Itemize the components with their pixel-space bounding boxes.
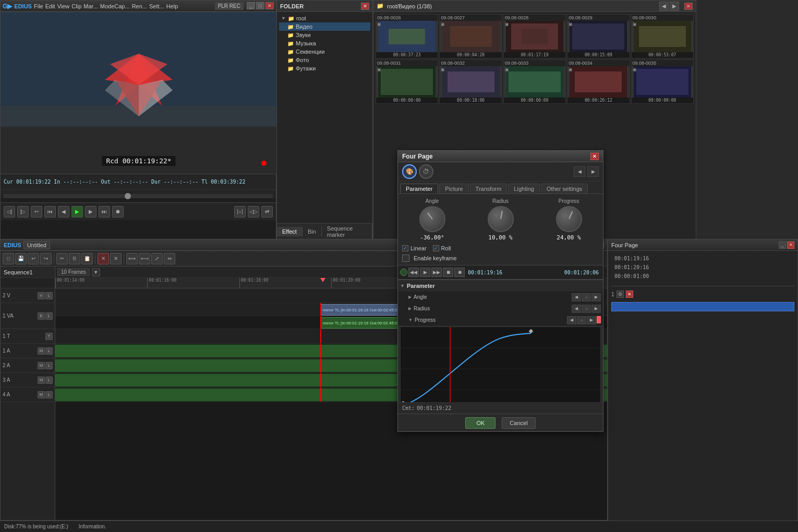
track-mute-1va[interactable]: E [38, 312, 45, 320]
bin-nav-forward[interactable]: ▶ [670, 2, 679, 11]
tree-item-photos[interactable]: 📁 Фото [279, 56, 370, 64]
kf-stop-button[interactable]: ⏹ [443, 268, 453, 277]
tl-ripple-button[interactable]: ⟺ [126, 253, 138, 264]
angle-btn-2[interactable]: ⬦ [582, 293, 591, 301]
frame-rate-dropdown[interactable]: 10 Frames [57, 268, 90, 276]
radius-btn-1[interactable]: ◀ [572, 305, 581, 313]
kf-prev-button[interactable]: ◀◀ [408, 268, 419, 277]
track-mute-3a[interactable]: M [38, 377, 45, 384]
mark-out-button[interactable]: |▷ [17, 206, 29, 217]
progress-btn-3[interactable]: ▶ [587, 316, 596, 324]
media-thumb-9[interactable]: 09.08-0035 ▣ 00:00:00:00 [631, 59, 694, 104]
track-mute-1a[interactable]: M [38, 347, 45, 355]
media-thumb-0[interactable]: 09.08-0026 ▣ 00:00:37:23 [376, 14, 438, 58]
frame-rate-arrow[interactable]: ▼ [92, 268, 100, 276]
track-lock-3a[interactable]: L [45, 377, 53, 384]
track-lock-1va[interactable]: L [45, 312, 53, 320]
right-panel-selection-bar[interactable] [611, 302, 794, 311]
right-panel-close[interactable]: ✕ [787, 241, 794, 249]
dialog-close-button[interactable]: ✕ [590, 153, 599, 160]
close-button[interactable]: ✕ [265, 2, 274, 9]
right-item-0[interactable]: 00:01:19:16 [611, 254, 794, 263]
media-thumb-2[interactable]: 09.08-0028 ▣ 00:01:17:19 [503, 14, 566, 58]
progress-btn-2[interactable]: ⬦ [577, 316, 586, 324]
effect-tab-effect[interactable]: Effect [277, 227, 303, 236]
radius-btn-2[interactable]: ⬦ [582, 305, 591, 313]
menu-mode[interactable]: ModeCap... [100, 3, 130, 9]
clock-icon-button[interactable]: ⏱ [419, 164, 433, 179]
tree-item-sequences[interactable]: 📁 Секвенции [279, 47, 370, 56]
tree-item-music[interactable]: 📁 Музыка [279, 39, 370, 47]
media-thumb-7[interactable]: 09.08-0033 ▣ 00:00:00:00 [503, 59, 566, 104]
tl-delete2-button[interactable]: ✕ [110, 253, 122, 264]
tl-delete-button[interactable]: ✕ [98, 253, 109, 264]
media-thumb-4[interactable]: 09.08-0030 ▣ 00:00:53:07 [631, 14, 694, 58]
ok-button[interactable]: OK [465, 417, 495, 429]
track-mute-2v[interactable]: V [38, 292, 45, 299]
radius-btn-3[interactable]: ▶ [591, 305, 601, 313]
tl-undo-button[interactable]: ↩ [28, 253, 39, 264]
kf-play-button[interactable]: ▶ [420, 268, 430, 277]
kf-record-button[interactable]: ⏺ [454, 268, 465, 277]
timeline-scrubber[interactable] [4, 194, 273, 198]
mark-in-button[interactable]: ◁| [4, 206, 15, 217]
shuttle-button[interactable]: ⇄ [261, 206, 273, 217]
media-thumb-3[interactable]: 09.08-0029 ▣ 00:00:15:09 [567, 14, 630, 58]
tl-slip-button[interactable]: ⤢ [151, 253, 163, 264]
angle-knob[interactable] [419, 206, 445, 232]
scrubber-thumb[interactable] [125, 193, 131, 199]
dialog-nav-right[interactable]: ▶ [587, 166, 599, 177]
enable-keyframe-row[interactable]: Enable keyframe [402, 255, 599, 262]
tree-item-sounds[interactable]: 📁 Звуки [279, 31, 370, 39]
folder-close-button[interactable]: ✕ [361, 3, 369, 10]
rec-button[interactable]: ⏺ [112, 206, 124, 217]
tab-other-settings[interactable]: Other settings [541, 184, 588, 194]
menu-settings[interactable]: Sett... [149, 3, 164, 9]
progress-btn-1[interactable]: ◀ [567, 316, 576, 324]
tl-roll-button[interactable]: ⟻ [139, 253, 150, 264]
tree-item-root[interactable]: ▼ 📁 root [279, 14, 370, 22]
tree-item-footage[interactable]: 📁 Футажи [279, 64, 370, 72]
track-lock-1a[interactable]: L [45, 347, 53, 355]
tl-save-button[interactable]: 💾 [15, 253, 27, 264]
right-panel-settings[interactable]: ⚙ [616, 291, 624, 298]
menu-view[interactable]: View [57, 3, 70, 9]
brush-icon-button[interactable]: 🎨 [402, 164, 417, 179]
bin-close-button[interactable]: ✕ [684, 3, 693, 10]
right-item-1[interactable]: 00:01:20:16 [611, 263, 794, 272]
tl-new-button[interactable]: □ [3, 253, 14, 264]
kf-green-dot[interactable] [400, 269, 407, 276]
tab-transform[interactable]: Transform [470, 184, 507, 194]
right-panel-delete[interactable]: ✕ [626, 291, 633, 298]
right-panel-minimize[interactable]: _ [779, 241, 786, 249]
track-lock-4a[interactable]: L [45, 391, 53, 398]
menu-markers[interactable]: Mar... [83, 3, 98, 9]
bin-nav-back[interactable]: ◀ [659, 2, 669, 11]
minimize-button[interactable]: _ [247, 2, 255, 9]
param-section-header[interactable]: ▼ Parameter [398, 280, 603, 292]
effect-tab-seq-marker[interactable]: Sequence marker [322, 224, 372, 239]
tl-slide-button[interactable]: ⇔ [164, 253, 175, 264]
effect-tab-bin[interactable]: Bin [303, 227, 322, 236]
roll-checkbox[interactable]: ✓ Roll [433, 245, 451, 251]
angle-btn-1[interactable]: ◀ [572, 293, 581, 301]
tab-parameter[interactable]: Parameter [400, 184, 438, 194]
mark-clip-button[interactable]: |⬦| [234, 206, 246, 217]
track-mute-2a[interactable]: M [38, 362, 45, 369]
tab-picture[interactable]: Picture [439, 184, 468, 194]
tl-cut-button[interactable]: ✂ [56, 253, 68, 264]
track-mute-4a[interactable]: M [38, 391, 45, 398]
cancel-button[interactable]: Cancel [502, 417, 535, 429]
play-button[interactable]: ▶ [71, 206, 83, 217]
radius-knob[interactable] [488, 206, 514, 232]
dialog-nav-left[interactable]: ◀ [574, 166, 585, 177]
media-thumb-1[interactable]: 09.08-0027 ▣ 00:00:04:20 [439, 14, 502, 58]
linear-checkbox[interactable]: ✓ Linear [402, 245, 427, 251]
loop-button[interactable]: ↩ [31, 206, 42, 217]
media-thumb-6[interactable]: 09.08-0032 ▣ 00:00:18:06 [439, 59, 502, 104]
tab-lighting[interactable]: Lighting [508, 184, 540, 194]
menu-clip[interactable]: Clip [71, 3, 81, 9]
right-item-2[interactable]: 00:00:01:00 [611, 272, 794, 281]
track-mute-1t[interactable]: T [45, 333, 53, 340]
step-forward-button[interactable]: ▶ [85, 206, 96, 217]
